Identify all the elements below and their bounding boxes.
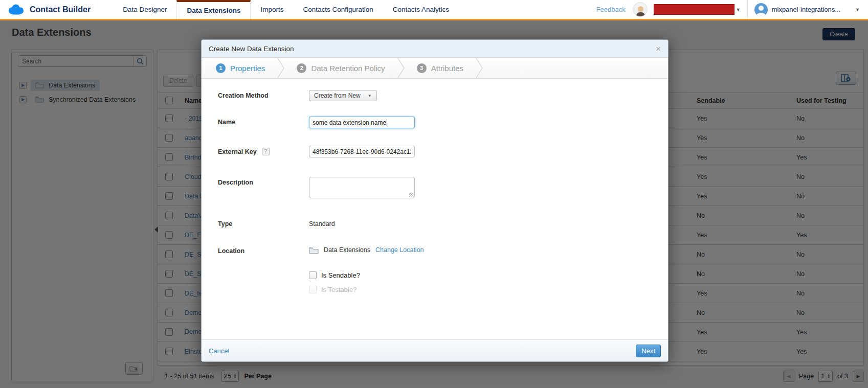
step-properties[interactable]: 1 Properties [216,63,265,73]
resize-grip-icon[interactable] [409,193,414,197]
type-value: Standard [309,218,335,227]
creation-method-value: Create from New [314,92,361,99]
top-nav: Contact Builder Data Designer Data Exten… [0,0,868,20]
wizard-steps: 1 Properties 2 Data Retention Policy 3 A… [202,58,668,79]
modal-footer: Cancel Next [202,339,668,361]
external-key-label: External Key [218,148,257,155]
account-chevron-down-icon[interactable]: ▼ [855,7,860,12]
nav-tabs: Data Designer Data Extensions Imports Co… [113,0,459,19]
step-data-retention-policy[interactable]: 2 Data Retention Policy [297,63,385,73]
step-number: 3 [417,63,427,73]
external-key-input[interactable] [309,146,415,157]
location-value: Data Extensions [324,246,370,254]
account-name: mixpanel-integrations... [772,6,840,13]
change-location-link[interactable]: Change Location [375,246,424,254]
type-label: Type [218,218,309,227]
folder-icon [309,246,319,254]
step-label: Data Retention Policy [311,64,385,73]
tab-data-extensions[interactable]: Data Extensions [176,0,251,19]
step-separator-icon [476,58,483,78]
description-label: Description [218,177,309,186]
location-label: Location [218,245,309,255]
modal-title: Create New Data Extension [209,45,294,53]
is-testable-label: Is Testable? [321,286,357,293]
tab-contacts-analytics[interactable]: Contacts Analytics [383,0,459,19]
is-sendable-label: Is Sendable? [321,271,360,279]
is-sendable-row: Is Sendable? [309,271,360,279]
step-label: Properties [230,64,265,73]
nav-divider [747,0,748,19]
creation-method-dropdown[interactable]: Create from New ▼ [309,90,377,101]
cloud-logo-icon [7,4,25,16]
chevron-down-icon: ▼ [368,94,372,98]
step-separator-icon [397,58,405,78]
name-input[interactable]: some data extension name [309,117,415,128]
feedback-link[interactable]: Feedback [596,6,626,13]
cancel-link[interactable]: Cancel [209,347,229,355]
brand: Contact Builder [0,0,113,19]
step-label: Attributes [431,64,463,73]
create-data-extension-modal: Create New Data Extension × 1 Properties… [201,39,669,362]
description-textarea[interactable] [309,177,415,198]
tab-contacts-configuration[interactable]: Contacts Configuration [293,0,383,19]
name-input-value: some data extension name [313,119,386,126]
modal-header: Create New Data Extension × [202,40,668,58]
tab-imports[interactable]: Imports [251,0,293,19]
chevron-down-icon[interactable]: ▼ [736,7,741,12]
next-button[interactable]: Next [636,345,661,357]
einstein-avatar[interactable] [633,2,648,17]
step-number: 2 [297,63,306,73]
is-testable-checkbox [309,286,317,293]
app-title: Contact Builder [30,5,91,14]
is-sendable-checkbox[interactable] [309,271,317,279]
step-number: 1 [216,63,226,73]
step-attributes[interactable]: 3 Attributes [417,63,463,73]
user-avatar[interactable] [754,3,768,16]
text-cursor [387,119,387,126]
modal-body: Creation Method Create from New ▼ Name s… [202,79,668,293]
step-separator-icon [277,58,284,78]
help-icon[interactable]: ? [262,148,270,155]
name-label: Name [218,117,309,126]
close-icon[interactable]: × [656,44,661,53]
nav-right: Feedback ▼ mixpanel-integrations... ▼ [596,0,868,19]
is-testable-row: Is Testable? [309,286,357,293]
creation-method-label: Creation Method [218,90,309,99]
redacted-account-block[interactable] [654,4,735,15]
tab-data-designer[interactable]: Data Designer [113,0,176,19]
